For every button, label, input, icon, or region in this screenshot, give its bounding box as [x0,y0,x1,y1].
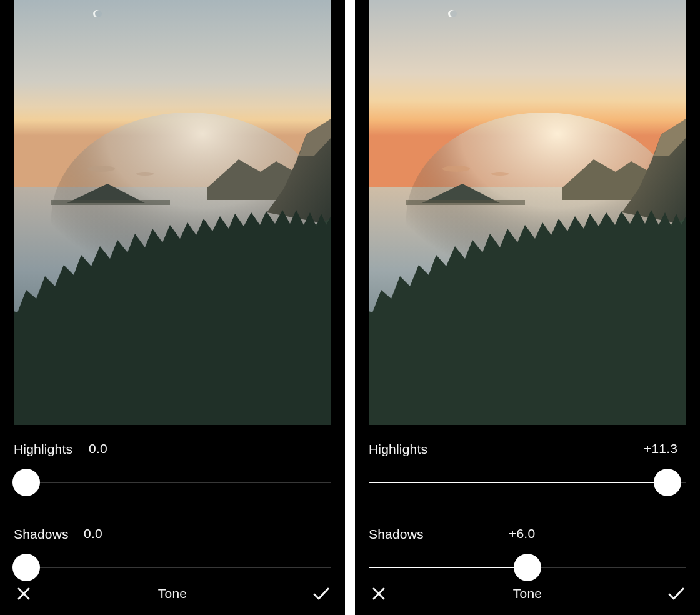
slider-thumb[interactable] [12,469,40,496]
close-icon [371,586,386,601]
highlights-label: Highlights [369,442,428,457]
slider-track [14,482,331,483]
cancel-button[interactable] [14,584,34,604]
bottom-bar: Tone [0,584,345,604]
highlights-label: Highlights [14,442,72,457]
shadows-label: Shadows [369,527,424,542]
slider-thumb[interactable] [514,554,541,581]
slider-thumb[interactable] [12,554,40,581]
bottom-bar: Tone [355,584,700,604]
shadows-slider-block: Shadows +6.0 [369,526,686,581]
slider-track [14,568,331,568]
slider-track-filled [369,482,668,483]
svg-point-12 [442,166,470,172]
highlights-value: 0.0 [89,441,108,456]
svg-point-2 [95,11,102,18]
check-icon [312,586,330,601]
highlights-slider[interactable] [14,469,331,496]
confirm-button[interactable] [311,584,331,604]
shadows-value: +6.0 [509,526,535,541]
editor-panel-after: Highlights +11.3 Shadows +6.0 [355,0,700,615]
svg-point-13 [491,172,509,176]
highlights-slider[interactable] [369,469,686,496]
shadows-slider[interactable] [14,554,331,581]
slider-track-filled [369,567,528,568]
check-icon [668,586,685,601]
highlights-slider-block: Highlights +11.3 [369,441,686,496]
svg-point-6 [136,172,154,176]
slider-thumb[interactable] [654,469,681,496]
shadows-slider[interactable] [369,554,686,581]
svg-point-9 [450,11,457,18]
highlights-value: +11.3 [644,441,678,456]
highlights-slider-block: Highlights 0.0 [14,441,331,496]
preview-image [355,0,700,425]
close-icon [16,586,31,601]
shadows-slider-block: Shadows 0.0 [14,526,331,581]
shadows-value: 0.0 [84,526,102,541]
svg-point-5 [88,166,115,172]
editor-panel-before: Highlights 0.0 Shadows 0.0 [0,0,345,615]
tool-title: Tone [513,586,542,601]
shadows-label: Shadows [14,527,69,542]
landscape-illustration [14,0,331,425]
confirm-button[interactable] [666,584,686,604]
landscape-illustration [369,0,686,425]
cancel-button[interactable] [369,584,389,604]
tool-title: Tone [158,586,187,601]
preview-image [0,0,345,425]
